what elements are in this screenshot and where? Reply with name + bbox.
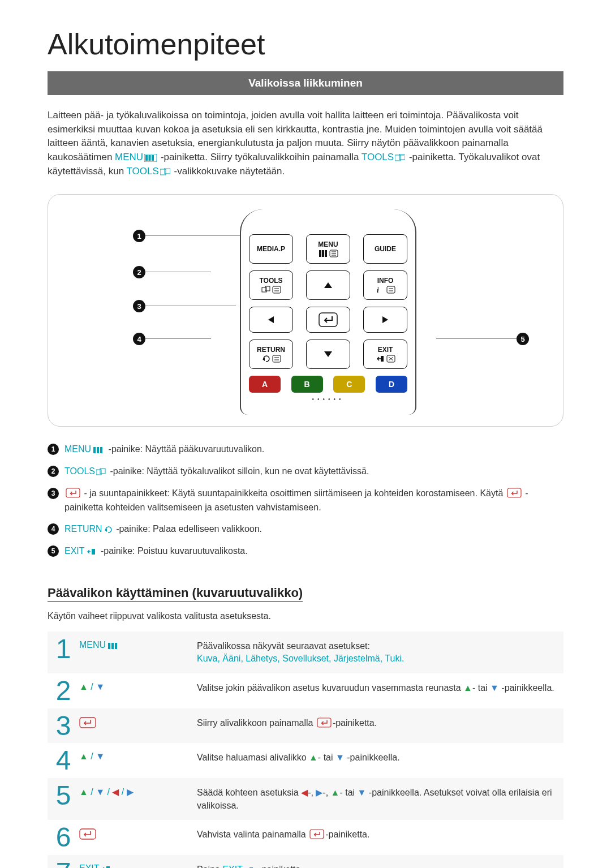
enter-icon	[319, 312, 338, 327]
remote-button-label: GUIDE	[375, 246, 396, 253]
return-icon	[104, 526, 113, 534]
svg-rect-48	[111, 643, 114, 649]
info-icon: i	[376, 286, 395, 294]
step-desc: - tai	[472, 683, 490, 693]
arrow-right-icon	[381, 315, 389, 324]
arrow-up-icon: ▲	[79, 751, 88, 762]
step-row: 5 ▲ / ▼ / ◀ / ▶ Säädä kohteen asetuksia …	[48, 778, 563, 820]
step-row: 2 ▲ / ▼ Valitse jokin päävalikon asetus …	[48, 673, 563, 708]
step-row: 6 Vahvista valinta painamalla -painikett…	[48, 820, 563, 855]
remote-button-guide[interactable]: GUIDE	[363, 234, 407, 264]
svg-marker-33	[324, 351, 332, 357]
legend-num: 2	[48, 466, 59, 477]
remote-button-right[interactable]	[363, 307, 407, 333]
remote-button-return[interactable]: RETURN	[249, 340, 293, 369]
legend-text: -painike: Poistuu kuvaruutuvalikosta.	[101, 546, 248, 556]
legend-num: 1	[48, 444, 59, 455]
legend-num: 3	[48, 488, 59, 499]
svg-rect-9	[319, 250, 321, 257]
legend-keyword: MENU	[64, 444, 91, 454]
remote-button-enter[interactable]	[306, 307, 350, 333]
svg-rect-11	[325, 250, 327, 257]
arrow-up-icon: ▲	[309, 751, 318, 764]
menu-keyword: MENU	[115, 152, 143, 162]
exit-icon	[86, 548, 97, 556]
page-title: Alkutoimenpiteet	[48, 27, 563, 61]
lead-line	[145, 338, 211, 339]
remote-button-media-p[interactable]: MEDIA.P	[249, 234, 293, 264]
tools-icon	[395, 154, 405, 162]
remote-button-down[interactable]	[306, 340, 350, 369]
remote-color-button-c[interactable]: C	[333, 376, 365, 393]
svg-rect-46	[92, 549, 95, 555]
arrow-up-icon: ▲	[331, 787, 340, 799]
step-desc: -painikkeella.	[499, 683, 554, 693]
legend-keyword: RETURN	[64, 524, 102, 534]
remote-color-button-d[interactable]: D	[376, 376, 407, 393]
svg-rect-41	[96, 470, 101, 475]
svg-rect-53	[310, 830, 324, 839]
legend-text: -painike: Näyttää pääkuvaruutuvalikon.	[109, 444, 265, 454]
remote-button-tools[interactable]: TOOLS	[249, 270, 293, 300]
remote-dots: ••••••	[249, 396, 407, 402]
step-number: 4	[48, 744, 79, 778]
legend-text: -painike: Näyttää työkaluvalikot silloin…	[110, 466, 369, 476]
lead-line	[436, 338, 517, 339]
svg-rect-17	[265, 286, 270, 291]
sub-heading: Päävalikon käyttäminen (kuvaruutuvalikko…	[48, 586, 303, 602]
legend-row: 5 EXIT -painike: Poistuu kuvaruutuvaliko…	[48, 544, 563, 558]
svg-rect-1	[145, 155, 148, 161]
remote-color-button-b[interactable]: B	[291, 376, 323, 393]
step-number: 7	[48, 856, 79, 868]
legend-row: 4 RETURN -painike: Palaa edelliseen vali…	[48, 522, 563, 536]
step-number: 5	[48, 779, 79, 820]
remote-color-button-a[interactable]: A	[249, 376, 281, 393]
svg-rect-44	[507, 488, 521, 497]
lead-line	[145, 306, 236, 306]
step-desc: Valitse jokin päävalikon asetus kuvaruud…	[197, 683, 463, 693]
enter-icon	[317, 717, 332, 728]
svg-rect-34	[381, 356, 384, 362]
svg-rect-2	[149, 155, 151, 161]
exit-icon	[101, 865, 112, 868]
remote-button-up[interactable]	[306, 270, 350, 300]
step-desc: -,	[308, 788, 316, 797]
exit-keyword: EXIT	[222, 865, 243, 868]
step-desc: Siirry alivalikkoon painamalla	[197, 718, 316, 728]
remote-button-exit[interactable]: EXIT	[363, 340, 407, 369]
arrow-down-icon: ▼	[96, 751, 105, 762]
svg-rect-51	[317, 718, 331, 727]
intro-text-2: -painiketta. Siirry työkaluvalikkoihin p…	[161, 152, 362, 162]
arrow-left-icon: ◀	[301, 787, 308, 799]
arrow-down-icon: ▼	[335, 751, 345, 764]
legend-row: 1 MENU -painike: Näyttää pääkuvaruutuval…	[48, 442, 563, 457]
callout-1: 1	[133, 230, 145, 242]
arrow-down-icon: ▼	[490, 682, 499, 694]
legend-keyword: EXIT	[64, 546, 85, 556]
step-desc: -painiketta.	[325, 830, 369, 839]
enter-icon	[66, 488, 80, 498]
step-desc: -painiketta.	[256, 865, 303, 868]
remote-button-left[interactable]	[249, 307, 293, 333]
svg-text:i: i	[377, 286, 379, 294]
step-desc: -painiketta.	[333, 718, 377, 728]
step-desc: -painikkeella.	[345, 753, 400, 762]
enter-icon	[79, 717, 96, 728]
steps-table: 1 MENU Päävalikossa näkyvät seuraavat as…	[48, 631, 563, 868]
lead-line	[145, 235, 240, 236]
step-number: 6	[48, 820, 79, 855]
intro-paragraph: Laitteen pää- ja työkaluvalikoissa on to…	[48, 109, 563, 178]
arrow-right-icon: ▶	[127, 787, 134, 797]
remote-button-menu[interactable]: MENU	[306, 234, 350, 264]
svg-marker-26	[268, 316, 274, 323]
remote-diagram: 1 2 3 4 5 MEDIA.P MENU	[48, 194, 563, 427]
tools-keyword: TOOLS	[362, 152, 394, 162]
arrow-up-icon: ▲	[79, 682, 88, 692]
remote-body: MEDIA.P MENU GUIDE TOOLS	[240, 209, 416, 415]
lead-line	[145, 272, 211, 272]
remote-button-info[interactable]: INFO i	[363, 270, 407, 300]
step-action-label: MENU	[79, 640, 106, 650]
arrow-down-icon: ▼	[96, 787, 105, 797]
step-row: 1 MENU Päävalikossa näkyvät seuraavat as…	[48, 631, 563, 673]
svg-rect-30	[273, 355, 281, 362]
